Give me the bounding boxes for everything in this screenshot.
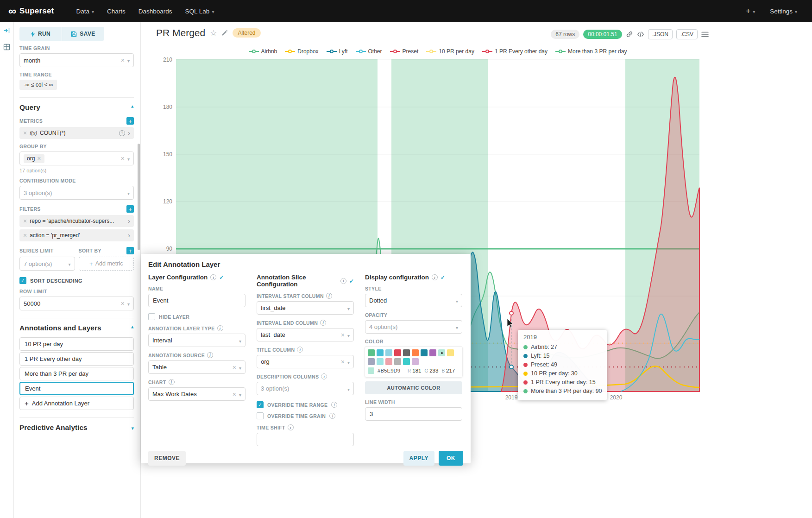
color-swatch-selected[interactable]	[438, 349, 445, 356]
legend-item[interactable]: 10 PR per day	[426, 48, 474, 55]
automatic-color-button[interactable]: AUTOMATIC COLOR	[365, 381, 462, 394]
group-by-tag[interactable]: org	[24, 154, 44, 163]
color-swatch[interactable]	[421, 349, 428, 356]
add-sort-metric-button[interactable]	[126, 247, 134, 254]
annotations-section-header[interactable]: Annotations and Layers	[19, 324, 134, 332]
interval-end-select[interactable]: last_date	[257, 328, 354, 341]
dataset-grid-icon[interactable]	[3, 44, 10, 52]
chart-select[interactable]: Max Work Dates	[148, 387, 245, 401]
remove-tag-icon[interactable]	[37, 155, 41, 162]
filter-pill[interactable]: action = 'pr_merged'	[19, 229, 134, 241]
clear-icon[interactable]	[121, 299, 125, 308]
nav-item-dashboards[interactable]: Dashboards	[132, 0, 179, 22]
predictive-analytics-header[interactable]: Predictive Analytics	[19, 423, 134, 432]
info-icon[interactable]	[331, 402, 337, 408]
export-json-button[interactable]: .JSON	[648, 29, 673, 39]
info-icon[interactable]	[217, 325, 223, 331]
query-section-header[interactable]: Query	[19, 103, 134, 112]
blue-value-input[interactable]: 217	[446, 368, 455, 373]
color-swatch[interactable]	[394, 358, 401, 365]
legend-item[interactable]: 1 PR Every other day	[482, 48, 548, 55]
override-time-grain-checkbox[interactable]	[257, 412, 264, 419]
color-swatch[interactable]	[447, 349, 454, 356]
clear-icon[interactable]	[233, 363, 236, 372]
time-range-value[interactable]: -∞ ≤ col < ∞	[19, 80, 57, 90]
legend-item[interactable]: Dropbox	[285, 48, 318, 55]
hide-layer-checkbox[interactable]	[148, 313, 155, 320]
remove-metric-icon[interactable]	[23, 129, 27, 137]
add-annotation-layer-button[interactable]: Add Annotation Layer	[19, 397, 134, 410]
legend-item[interactable]: Preset	[390, 48, 419, 55]
annotation-layer-item[interactable]: 1 PR Every other day	[19, 352, 134, 366]
legend-item[interactable]: Airbnb	[249, 48, 277, 55]
annotation-layer-item[interactable]: 10 PR per day	[19, 337, 134, 351]
info-icon[interactable]	[288, 424, 294, 430]
row-limit-select[interactable]: 50000	[19, 297, 134, 310]
legend-item[interactable]: Other	[356, 48, 382, 55]
color-swatch[interactable]	[385, 349, 392, 356]
info-icon[interactable]	[340, 278, 346, 284]
color-swatch[interactable]	[377, 349, 384, 356]
interval-start-select[interactable]: first_date	[257, 301, 354, 315]
color-swatch[interactable]	[429, 349, 436, 356]
clear-icon[interactable]	[121, 56, 125, 64]
info-icon[interactable]	[326, 293, 332, 299]
info-icon[interactable]	[320, 320, 326, 326]
panel-scrollbar[interactable]	[138, 144, 140, 250]
nav-item-charts[interactable]: Charts	[101, 0, 132, 22]
style-select[interactable]: Dotted	[365, 294, 462, 307]
legend-item[interactable]: More than 3 PR per day	[555, 48, 627, 55]
info-icon[interactable]	[207, 352, 213, 358]
annotation-layer-item[interactable]: More than 3 PR per day	[19, 367, 134, 380]
color-swatch[interactable]	[377, 358, 384, 365]
favorite-star-icon[interactable]	[210, 28, 217, 38]
remove-filter-icon[interactable]	[23, 231, 27, 240]
color-swatch[interactable]	[412, 349, 419, 356]
filter-pill[interactable]: repo = 'apache/incubator-supers...	[19, 215, 134, 227]
altered-badge[interactable]: Altered	[233, 28, 260, 38]
settings-menu[interactable]: Settings	[763, 0, 804, 22]
annotation-source-select[interactable]: Table	[148, 360, 245, 374]
save-button[interactable]: SAVE	[62, 27, 104, 41]
superset-logo[interactable]: ∞ Superset	[8, 6, 54, 17]
time-grain-select[interactable]: month	[19, 53, 134, 67]
info-icon[interactable]	[432, 274, 438, 280]
add-filter-button[interactable]	[126, 205, 134, 213]
nav-item-data[interactable]: Data	[69, 0, 101, 22]
info-icon[interactable]	[210, 274, 216, 280]
info-icon[interactable]	[169, 379, 175, 385]
add-metric-button[interactable]	[126, 117, 134, 125]
remove-button[interactable]: REMOVE	[148, 451, 186, 466]
metric-pill[interactable]: f(x) COUNT(*)	[19, 127, 134, 139]
series-limit-select[interactable]: 7 option(s)	[19, 257, 75, 271]
description-columns-select[interactable]: 3 option(s)	[257, 382, 354, 395]
red-value-input[interactable]: 181	[412, 368, 421, 373]
color-swatch[interactable]	[368, 349, 375, 356]
color-swatch[interactable]	[403, 358, 410, 365]
more-menu-icon[interactable]	[701, 31, 709, 38]
override-time-range-checkbox[interactable]	[257, 401, 264, 408]
color-swatch[interactable]	[368, 358, 375, 365]
remove-filter-icon[interactable]	[23, 217, 27, 225]
export-csv-button[interactable]: .CSV	[676, 29, 698, 39]
collapse-panel-icon[interactable]	[3, 27, 11, 36]
nav-item-sql-lab[interactable]: SQL Lab	[179, 0, 221, 22]
contribution-mode-select[interactable]: 3 option(s)	[19, 186, 134, 200]
sort-descending-checkbox[interactable]	[19, 277, 26, 284]
info-icon[interactable]	[329, 413, 335, 419]
color-swatch[interactable]	[394, 349, 401, 356]
apply-button[interactable]: APPLY	[403, 451, 434, 466]
share-link-icon[interactable]	[626, 31, 633, 38]
annotation-layer-type-select[interactable]: Interval	[148, 334, 245, 347]
edit-title-icon[interactable]	[221, 30, 228, 36]
clear-icon[interactable]	[233, 390, 236, 398]
color-swatch[interactable]	[403, 349, 410, 356]
color-swatch[interactable]	[385, 358, 392, 365]
line-width-input[interactable]	[365, 407, 462, 421]
title-column-select[interactable]: org	[257, 355, 354, 368]
sort-by-add-metric[interactable]: Add metric	[79, 257, 134, 271]
green-value-input[interactable]: 233	[429, 368, 438, 373]
opacity-select[interactable]: 4 option(s)	[365, 320, 462, 334]
clear-icon[interactable]	[121, 154, 125, 163]
hex-value-input[interactable]: #B5E9D9	[378, 368, 404, 373]
